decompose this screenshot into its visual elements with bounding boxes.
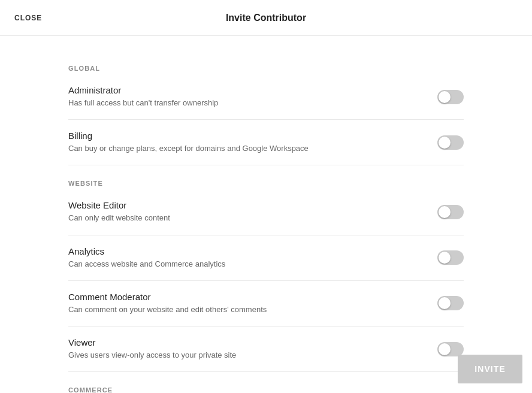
permission-name-comment-moderator: Comment Moderator <box>68 292 423 302</box>
permission-row-comment-moderator: Comment ModeratorCan comment on your web… <box>68 281 464 327</box>
permission-row-administrator: AdministratorHas full access but can't t… <box>68 74 464 120</box>
permission-desc-administrator: Has full access but can't transfer owner… <box>68 98 423 108</box>
permission-name-website-editor: Website Editor <box>68 200 423 210</box>
toggle-administrator[interactable] <box>437 90 464 104</box>
permission-info-website-editor: Website EditorCan only edit website cont… <box>68 200 437 223</box>
invite-button[interactable]: INVITE <box>458 355 522 383</box>
toggle-analytics[interactable] <box>437 250 464 265</box>
permission-info-billing: BillingCan buy or change plans, except f… <box>68 131 437 154</box>
page-header: CLOSE Invite Contributor <box>0 0 532 36</box>
section-label-website: WEBSITE <box>68 180 464 187</box>
permission-desc-website-editor: Can only edit website content <box>68 213 423 223</box>
permission-info-analytics: AnalyticsCan access website and Commerce… <box>68 246 437 270</box>
permission-row-website-editor: Website EditorCan only edit website cont… <box>68 189 464 235</box>
toggle-track-administrator <box>437 90 464 104</box>
permission-info-comment-moderator: Comment ModeratorCan comment on your web… <box>68 292 437 315</box>
toggle-billing[interactable] <box>437 135 464 150</box>
permission-desc-billing: Can buy or change plans, except for doma… <box>68 143 423 154</box>
toggle-track-comment-moderator <box>437 296 464 310</box>
toggle-track-billing <box>437 135 464 150</box>
permission-name-administrator: Administrator <box>68 85 423 95</box>
permission-row-viewer: ViewerGives users view-only access to yo… <box>68 327 464 372</box>
close-button[interactable]: CLOSE <box>14 14 42 22</box>
permission-desc-comment-moderator: Can comment on your website and edit oth… <box>68 304 423 315</box>
toggle-website-editor[interactable] <box>437 205 464 219</box>
permission-info-administrator: AdministratorHas full access but can't t… <box>68 85 437 108</box>
toggle-track-analytics <box>437 250 464 265</box>
permission-desc-viewer: Gives users view-only access to your pri… <box>68 350 423 361</box>
permission-row-billing: BillingCan buy or change plans, except f… <box>68 120 464 165</box>
toggle-track-website-editor <box>437 205 464 219</box>
section-label-global: GLOBAL <box>68 65 464 72</box>
section-commerce: COMMERCEStore ManagerCan manage orders, … <box>68 386 464 393</box>
main-content: GLOBALAdministratorHas full access but c… <box>68 36 464 393</box>
permission-info-viewer: ViewerGives users view-only access to yo… <box>68 337 437 361</box>
permission-desc-analytics: Can access website and Commerce analytic… <box>68 259 423 270</box>
section-label-commerce: COMMERCE <box>68 386 464 393</box>
permission-row-analytics: AnalyticsCan access website and Commerce… <box>68 235 464 281</box>
toggle-viewer[interactable] <box>437 342 464 356</box>
toggle-comment-moderator[interactable] <box>437 296 464 310</box>
toggle-track-viewer <box>437 342 464 356</box>
page-title: Invite Contributor <box>226 13 306 23</box>
permission-name-billing: Billing <box>68 131 423 141</box>
permission-name-analytics: Analytics <box>68 246 423 256</box>
section-global: GLOBALAdministratorHas full access but c… <box>68 65 464 165</box>
permission-name-viewer: Viewer <box>68 337 423 347</box>
section-website: WEBSITEWebsite EditorCan only edit websi… <box>68 180 464 372</box>
